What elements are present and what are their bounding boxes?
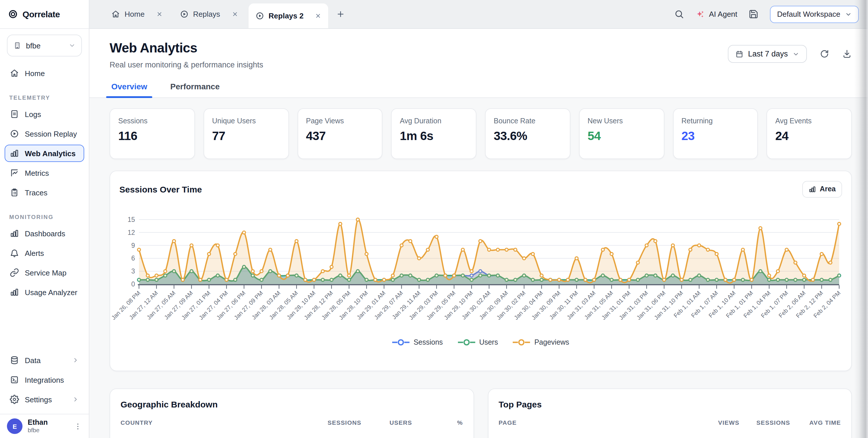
sidebar-item-settings[interactable]: Settings <box>5 391 84 408</box>
trending-icon <box>10 168 19 177</box>
sidebar-item-traces[interactable]: Traces <box>5 184 84 201</box>
stat-value: 1m 6s <box>400 129 468 143</box>
tab-home[interactable]: Home <box>104 0 169 28</box>
sidebar-item-usage-analyzer[interactable]: Usage Analyzer <box>5 283 84 301</box>
svg-text:15: 15 <box>127 216 135 223</box>
sidebar-item-session-replay[interactable]: Session Replay <box>5 125 84 142</box>
sessions-over-time-card: Sessions Over Time Area 03691215Jan 26, … <box>110 171 852 371</box>
tab-replays[interactable]: Replays <box>173 0 245 28</box>
view-tab-performance[interactable]: Performance <box>169 82 221 97</box>
sidebar-item-label: Dashboards <box>25 229 65 238</box>
svg-text:3: 3 <box>131 267 135 275</box>
user-footer[interactable]: E Ethan bfbe <box>0 414 89 438</box>
sidebar-item-web-analytics[interactable]: Web Analytics <box>5 145 84 162</box>
chart-type-button[interactable]: Area <box>802 181 842 197</box>
bar-chart-icon <box>10 149 19 158</box>
stats-row: Sessions116Unique Users77Page Views437Av… <box>110 108 852 159</box>
stat-label: Bounce Rate <box>494 117 562 125</box>
view-tab-overview[interactable]: Overview <box>110 82 149 97</box>
legend-item-users[interactable]: Users <box>458 338 498 346</box>
sidebar-item-label: Integrations <box>25 375 64 384</box>
app-window: Qorrelate bfbe HomeTELEMETRYLogsSession … <box>0 0 868 438</box>
sidebar-item-alerts[interactable]: Alerts <box>5 244 84 262</box>
page-title: Web Analytics <box>110 40 263 56</box>
plus-icon <box>336 10 345 19</box>
play-circle-icon <box>255 11 264 20</box>
home-icon <box>111 10 120 19</box>
topbar: HomeReplaysReplays 2 AI Agent Default Wo… <box>89 0 868 29</box>
stat-card-returning: Returning23 <box>673 108 758 159</box>
ai-agent-button[interactable]: AI Agent <box>696 9 737 19</box>
date-range-button[interactable]: Last 7 days <box>728 45 807 63</box>
column-header-sessions: SESSIONS <box>311 419 361 426</box>
user-org: bfbe <box>28 427 69 433</box>
sidebar-item-service-map[interactable]: Service Map <box>5 264 84 281</box>
tab-replays-2[interactable]: Replays 2 <box>248 3 328 28</box>
sidebar-item-label: Metrics <box>25 169 49 177</box>
legend-marker <box>458 339 475 346</box>
legend-item-pageviews[interactable]: Pageviews <box>513 338 569 346</box>
search-icon[interactable] <box>675 9 684 19</box>
calendar-icon <box>735 50 743 58</box>
legend-label: Users <box>479 338 498 346</box>
sidebar-item-label: Settings <box>25 395 52 404</box>
sidebar-item-home[interactable]: Home <box>5 65 84 82</box>
stat-label: Avg Duration <box>400 117 468 125</box>
sidebar-item-metrics[interactable]: Metrics <box>5 164 84 181</box>
svg-text:6: 6 <box>131 255 135 262</box>
workspace-selector[interactable]: bfbe <box>7 35 82 57</box>
top-pages-card: Top Pages PAGEVIEWSSESSIONSAVG TIME <box>488 389 852 438</box>
topbar-right: AI Agent Default Workspace <box>675 0 868 28</box>
clipboard-icon <box>10 188 19 197</box>
sidebar-item-dashboards[interactable]: Dashboards <box>5 225 84 242</box>
stat-label: Returning <box>681 117 749 125</box>
stat-card-sessions: Sessions116 <box>110 108 195 159</box>
user-menu-icon[interactable] <box>74 422 82 430</box>
save-icon[interactable] <box>749 9 759 19</box>
stat-value: 33.6% <box>494 129 562 143</box>
svg-text:0: 0 <box>131 280 135 288</box>
bell-icon <box>10 248 19 258</box>
stat-card-bounce-rate: Bounce Rate33.6% <box>485 108 570 159</box>
sidebar-item-label: Home <box>25 69 45 77</box>
topbar-tabs: HomeReplaysReplays 2 <box>104 0 349 28</box>
default-workspace-button[interactable]: Default Workspace <box>770 5 859 23</box>
terminal-icon <box>10 375 19 384</box>
chevron-down-icon <box>69 42 75 49</box>
sidebar-item-integrations[interactable]: Integrations <box>5 371 84 389</box>
close-tab-icon[interactable] <box>156 11 162 17</box>
legend-item-sessions[interactable]: Sessions <box>392 338 443 346</box>
nav-section-telemetry: TELEMETRY <box>5 95 84 101</box>
column-header-avg-time: AVG TIME <box>790 419 841 426</box>
geo-card-title: Geographic Breakdown <box>121 399 463 409</box>
sidebar-nav: HomeTELEMETRYLogsSession ReplayWeb Analy… <box>0 57 89 414</box>
avatar: E <box>7 418 23 434</box>
close-tab-icon[interactable] <box>315 13 321 19</box>
new-tab-button[interactable] <box>332 0 349 28</box>
tab-label: Replays <box>193 10 220 19</box>
close-tab-icon[interactable] <box>231 11 238 17</box>
sidebar: Qorrelate bfbe HomeTELEMETRYLogsSession … <box>0 0 89 438</box>
stat-card-page-views: Page Views437 <box>297 108 383 159</box>
sidebar-item-data[interactable]: Data <box>5 351 84 369</box>
sidebar-item-label: Usage Analyzer <box>25 288 77 297</box>
area-chart-icon <box>809 185 816 193</box>
sidebar-item-label: Web Analytics <box>25 149 75 158</box>
bar-chart-icon <box>10 288 19 297</box>
sidebar-item-logs[interactable]: Logs <box>5 105 84 123</box>
stat-label: Avg Events <box>775 117 843 125</box>
view-tabs: OverviewPerformance <box>89 69 868 98</box>
database-icon <box>10 356 19 365</box>
refresh-icon[interactable] <box>819 49 829 59</box>
legend-marker <box>513 339 530 346</box>
chart: 03691215Jan 26, 08 PMJan 27, 12 AMJan 27… <box>119 213 842 337</box>
tab-label: Home <box>125 10 145 19</box>
svg-text:9: 9 <box>131 242 135 249</box>
column-header-: % <box>412 419 463 426</box>
sidebar-item-label: Traces <box>25 188 48 197</box>
stat-value: 23 <box>681 129 749 143</box>
svg-text:12: 12 <box>127 229 135 236</box>
download-icon[interactable] <box>842 49 852 59</box>
stat-card-unique-users: Unique Users77 <box>204 108 289 159</box>
play-circle-icon <box>10 129 19 138</box>
